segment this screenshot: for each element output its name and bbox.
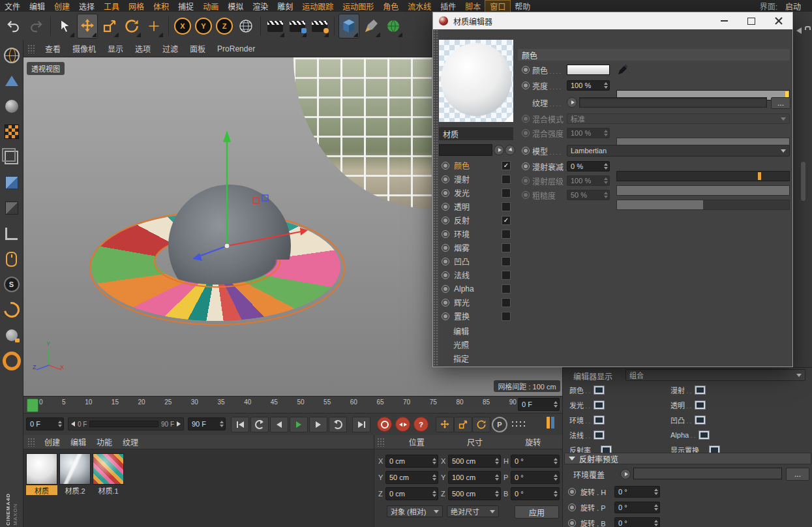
field-stepper[interactable] xyxy=(495,458,499,464)
menu-item[interactable]: 选择 xyxy=(74,1,99,12)
material-thumbnail[interactable] xyxy=(93,453,124,485)
apply-button[interactable]: 应用 xyxy=(515,505,559,519)
material-name[interactable]: 材质.2 xyxy=(59,485,91,495)
recent-tool-button[interactable] xyxy=(143,14,164,38)
menu-item[interactable]: 动画 xyxy=(198,1,223,12)
channel-checkbox[interactable] xyxy=(502,188,511,198)
position-field[interactable]: 0 cm xyxy=(385,487,438,500)
viewport-menu-item[interactable]: 面板 xyxy=(184,43,211,54)
menu-item[interactable]: 渲染 xyxy=(248,1,273,12)
menu-item[interactable]: 运动跟踪 xyxy=(297,1,338,12)
viewport-menu-item[interactable]: 显示 xyxy=(102,43,129,54)
brightness-radio[interactable] xyxy=(522,82,530,89)
picker-button[interactable] xyxy=(505,145,515,155)
dark-cube-tool[interactable] xyxy=(3,200,21,217)
render-view-button[interactable] xyxy=(265,14,286,38)
wire-cube-tool[interactable] xyxy=(3,149,21,166)
viewport-menu-item[interactable]: 查看 xyxy=(39,43,67,54)
key-rotate-button[interactable] xyxy=(472,417,490,432)
field-stepper[interactable] xyxy=(654,489,658,495)
channel-row[interactable]: 烟雾 xyxy=(439,241,513,254)
panel-grip[interactable] xyxy=(27,438,35,447)
mouse-tool[interactable] xyxy=(3,250,21,267)
texture-preview-icon[interactable] xyxy=(695,400,706,410)
reflectance-preview-header[interactable]: 反射率预览 xyxy=(564,453,811,464)
channel-row[interactable]: 透明 xyxy=(439,200,513,213)
field-stepper[interactable] xyxy=(432,458,436,464)
field-stepper[interactable] xyxy=(495,474,499,481)
menu-item[interactable]: 帮助 xyxy=(510,1,535,12)
channel-row[interactable]: 环境 xyxy=(439,227,513,241)
channel-row[interactable]: 辉光 xyxy=(439,295,513,309)
channel-extra-item[interactable]: 光照 xyxy=(439,338,513,352)
channel-extra-item[interactable]: 编辑 xyxy=(439,324,513,338)
channel-display-toggle[interactable]: 凹凸 xyxy=(670,415,772,425)
field-stepper[interactable] xyxy=(654,520,658,526)
rotation-value-field[interactable]: 0 ° xyxy=(614,517,660,527)
record-options-button[interactable] xyxy=(395,417,410,432)
field-stepper[interactable] xyxy=(495,490,499,497)
cone-tool[interactable] xyxy=(3,72,21,89)
undo-button[interactable] xyxy=(3,14,24,38)
texture-field[interactable] xyxy=(579,97,767,108)
menu-item[interactable]: 运动图形 xyxy=(338,1,378,12)
channel-checkbox[interactable] xyxy=(502,216,511,225)
playhead[interactable] xyxy=(27,399,38,412)
parameter-key-button[interactable]: P xyxy=(492,417,507,432)
channel-checkbox[interactable] xyxy=(502,312,511,321)
menu-item[interactable]: 模拟 xyxy=(223,1,248,12)
color-radio[interactable] xyxy=(522,66,530,74)
window-grip[interactable] xyxy=(433,29,439,367)
position-field[interactable]: 50 cm xyxy=(385,471,438,484)
brightness-value-field[interactable]: 100 % xyxy=(567,80,610,91)
minimize-button[interactable] xyxy=(710,12,738,29)
sphere-tool[interactable] xyxy=(3,98,21,115)
close-button[interactable] xyxy=(765,12,792,29)
channel-display-toggle[interactable]: 漫射 xyxy=(670,385,772,395)
env-override-field[interactable] xyxy=(633,468,782,479)
texture-preview-icon[interactable] xyxy=(695,385,706,395)
field-stepper[interactable] xyxy=(554,474,558,481)
channel-row[interactable]: 置换 xyxy=(439,309,513,323)
current-frame-field[interactable]: 0 F xyxy=(518,398,560,411)
frame-start-field[interactable]: 0 F xyxy=(26,417,64,430)
skip-end-button[interactable] xyxy=(352,417,370,432)
material-cell[interactable]: 材质 xyxy=(26,453,57,495)
material-cell[interactable]: 材质.2 xyxy=(59,453,91,495)
move-tool-button[interactable] xyxy=(77,14,98,38)
live-selection-button[interactable] xyxy=(55,14,76,38)
simulate-sphere-button[interactable] xyxy=(383,14,404,38)
render-settings-button[interactable] xyxy=(309,14,330,38)
size-field[interactable]: 100 cm xyxy=(448,471,501,484)
viewport-menu-item[interactable]: 过滤 xyxy=(157,43,184,54)
texture-more-button[interactable]: ... xyxy=(771,97,790,109)
frame-end-field[interactable]: 90 F xyxy=(188,417,226,430)
channel-display-toggle[interactable]: Alpha xyxy=(670,430,772,440)
collapse-panel-icon[interactable] xyxy=(796,27,802,34)
manager-tab[interactable]: 纹理 xyxy=(117,436,143,447)
manager-tab[interactable]: 功能 xyxy=(91,436,117,447)
model-dropdown[interactable]: Lambertian xyxy=(567,145,790,157)
next-frame-button[interactable] xyxy=(309,417,327,432)
preview-corner-fold[interactable] xyxy=(504,113,513,122)
material-editor-titlebar[interactable]: 材质编辑器 xyxy=(433,12,792,29)
material-thumbnail[interactable] xyxy=(26,453,57,485)
channel-row[interactable]: 发光 xyxy=(439,186,513,200)
menu-item[interactable]: 脚本 xyxy=(460,1,485,12)
rotation-field[interactable]: 0 ° xyxy=(511,471,560,484)
material-name-field[interactable] xyxy=(439,144,492,156)
frame-start-stepper[interactable] xyxy=(58,421,62,427)
net-globe-tool[interactable] xyxy=(3,47,21,64)
checker-tool[interactable] xyxy=(3,123,21,140)
interface-selector[interactable]: 启动 xyxy=(781,1,805,12)
key-scale-button[interactable] xyxy=(454,417,472,432)
env-override-more-button[interactable]: ... xyxy=(786,468,809,481)
material-name[interactable]: 材质 xyxy=(26,485,57,495)
channel-extra-item[interactable]: 指定 xyxy=(439,352,513,365)
channel-display-toggle[interactable]: 法线 xyxy=(569,430,670,440)
channel-checkbox[interactable] xyxy=(502,257,511,266)
key-position-button[interactable] xyxy=(436,417,454,432)
ruler-tool[interactable] xyxy=(3,225,21,242)
menu-item[interactable]: 捕捉 xyxy=(173,1,198,12)
range-track[interactable] xyxy=(89,421,158,427)
